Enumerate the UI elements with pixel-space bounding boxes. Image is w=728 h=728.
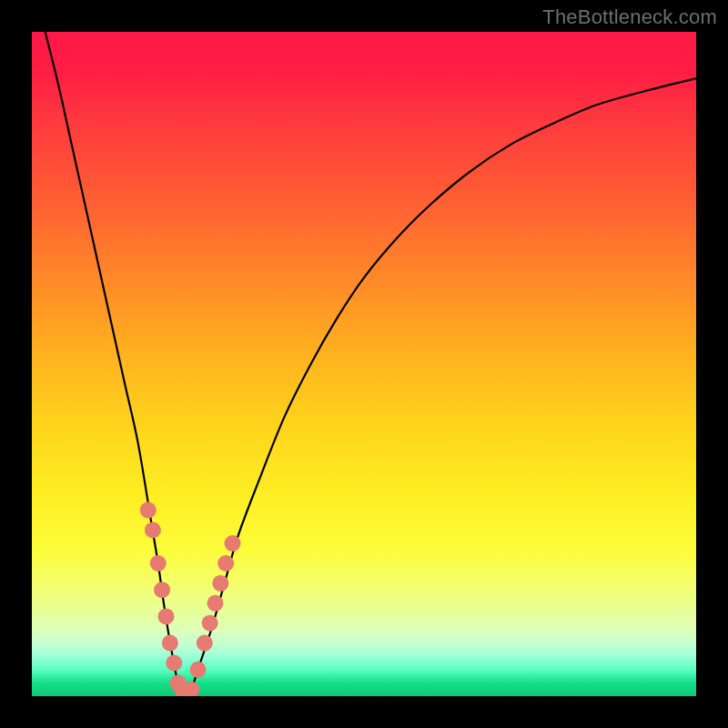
marker-dot [157, 608, 174, 624]
marker-dot [190, 662, 207, 678]
marker-dot [166, 655, 182, 672]
watermark-text: TheBottleneck.com [542, 5, 717, 29]
marker-dot [162, 635, 178, 652]
marker-dot [224, 535, 240, 551]
bottleneck-curve [46, 32, 696, 696]
highlight-markers [140, 502, 241, 696]
marker-dot [202, 615, 218, 632]
marker-dot [217, 555, 234, 571]
marker-dot [150, 555, 167, 571]
marker-dot [207, 595, 223, 612]
marker-dot [212, 575, 228, 592]
chart-svg [32, 32, 696, 696]
marker-dot [145, 522, 161, 539]
marker-dot [140, 502, 157, 519]
marker-dot [154, 581, 170, 598]
plot-area [32, 32, 696, 696]
marker-dot [197, 635, 213, 652]
chart-frame: TheBottleneck.com [0, 0, 728, 728]
